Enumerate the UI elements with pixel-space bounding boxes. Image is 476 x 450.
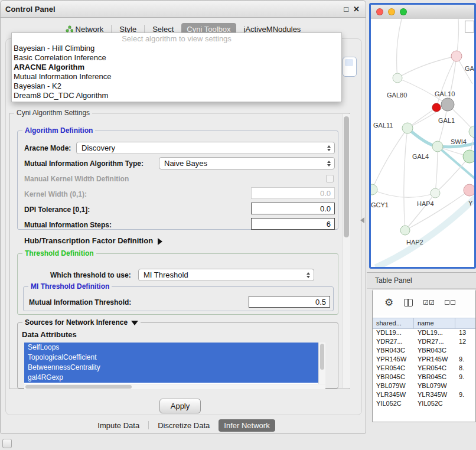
table-header-cell[interactable] — [455, 318, 475, 328]
attributes-list-hscroll-thumb[interactable] — [25, 385, 132, 389]
table-row[interactable]: YDR27...YDR27...12 — [373, 337, 475, 346]
table-panel-window: ⚙ ✓✓ shared...name YDL19...YDL19...13YDR… — [372, 289, 476, 422]
algorithm-option[interactable]: Bayesian - K2 — [12, 81, 341, 91]
tab-discretize-data[interactable]: Discretize Data — [152, 419, 215, 432]
kernel-width-label: Kernel Width (0,1): — [24, 190, 87, 198]
data-attributes-items: SelfLoopsTopologicalCoefficientBetweenne… — [24, 343, 325, 383]
data-attribute-item[interactable]: TopologicalCoefficient — [24, 353, 318, 363]
network-node-label: GAL11 — [373, 122, 393, 129]
network-edge — [405, 193, 435, 230]
network-edge — [372, 128, 407, 190]
network-tab-icon — [66, 25, 73, 32]
mac-close-button[interactable] — [376, 8, 383, 15]
columns-icon[interactable] — [404, 299, 413, 306]
table-row[interactable]: YBL079WYBL079W — [373, 381, 475, 390]
network-window-titlebar — [371, 5, 474, 19]
network-node — [371, 184, 377, 195]
mi-steps-field[interactable]: 6 — [251, 218, 335, 230]
close-icon[interactable]: ✕ — [353, 5, 360, 13]
algorithm-option[interactable]: ARACNE Algorithm — [12, 63, 341, 72]
table-cell: YBL079W — [414, 381, 455, 390]
manual-kernel-checkbox[interactable] — [326, 175, 334, 182]
expand-right-icon — [158, 238, 162, 245]
combo-arrows-icon — [327, 145, 331, 151]
table-cell: YDR27... — [373, 337, 414, 346]
settings-scrollbar-thumb[interactable] — [344, 116, 349, 237]
aracne-mode-combo[interactable]: Discovery — [76, 142, 335, 154]
network-node — [432, 103, 441, 112]
data-attribute-item[interactable]: SelfLoops — [24, 343, 318, 353]
splitter-collapse-icon[interactable] — [360, 217, 364, 223]
corner-panel-icon[interactable] — [2, 439, 12, 448]
table-row[interactable]: YBR045CYBR045C9. — [373, 373, 475, 381]
gear-icon[interactable]: ⚙ — [384, 298, 393, 308]
network-overview-box[interactable] — [465, 21, 474, 32]
mac-minimize-button[interactable] — [388, 8, 395, 15]
mi-steps-label: Mutual Information Steps: — [24, 221, 112, 229]
control-panel-titlebar: Control Panel □ ✕ — [1, 1, 366, 18]
algorithm-combo-end[interactable] — [343, 57, 357, 77]
table-header-cell[interactable]: name — [414, 318, 455, 328]
network-node — [400, 226, 410, 235]
unchecked-columns-icon[interactable] — [445, 300, 455, 305]
table-cell: YBL079W — [373, 381, 414, 390]
table-rows: YDL19...YDL19...13YDR27...YDR27...12YBR0… — [373, 328, 475, 422]
algorithm-option[interactable]: Bayesian - Hill Climbing — [12, 44, 341, 53]
table-row[interactable]: YDL19...YDL19...13 — [373, 328, 475, 337]
mi-type-combo[interactable]: Naive Bayes — [159, 157, 335, 169]
table-cell: YLR345W — [414, 390, 455, 399]
checked-columns-icon[interactable]: ✓✓ — [423, 300, 434, 305]
which-threshold-combo[interactable]: MI Threshold — [138, 269, 314, 281]
table-row[interactable]: YLR345WYLR345W9. — [373, 390, 475, 399]
table-cell: 8. — [455, 364, 475, 373]
dpi-tolerance-field[interactable]: 0.0 — [251, 203, 335, 214]
network-svg[interactable]: GALGAL80GAL10GAL11GAL1SWI4GAL4GCY1HAP4YH… — [371, 19, 474, 267]
network-node-label: GAL80 — [387, 92, 407, 99]
algorithm-dropdown-popup: Select algorithm to view settings Bayesi… — [11, 32, 342, 102]
algorithm-dropdown-list: Bayesian - Hill ClimbingBasic Correlatio… — [12, 44, 341, 100]
mi-threshold-field[interactable]: 0.5 — [249, 296, 330, 308]
network-edge — [376, 197, 474, 267]
data-attribute-item[interactable]: gal4RGexp — [24, 373, 318, 383]
restore-icon[interactable]: □ — [344, 5, 348, 13]
expand-down-icon — [131, 321, 138, 325]
network-canvas[interactable]: GALGAL80GAL10GAL11GAL1SWI4GAL4GCY1HAP4YH… — [371, 19, 474, 267]
table-row[interactable]: YBR043CYBR043C — [373, 346, 475, 355]
kernel-width-field[interactable]: 0.0 — [251, 187, 335, 199]
table-row[interactable]: YPR145WYPR145W9. — [373, 355, 475, 364]
network-edge — [435, 146, 438, 193]
sources-group-title: Sources for Network Inference — [25, 318, 128, 327]
attributes-list-hscrollbar[interactable] — [24, 384, 325, 389]
table-cell: YPR145W — [414, 355, 455, 364]
table-cell: YER054C — [373, 364, 414, 373]
hub-definition-toggle[interactable]: Hub/Transcription Factor Definition — [24, 236, 162, 245]
table-cell: YIL052C — [373, 399, 414, 408]
table-header[interactable]: shared...name — [373, 318, 475, 329]
apply-button[interactable]: Apply — [159, 399, 201, 413]
network-node-label: HAP2 — [406, 239, 423, 246]
attributes-list-vscroll-thumb[interactable] — [320, 344, 324, 370]
sources-group-toggle[interactable]: Sources for Network Inference — [22, 318, 141, 327]
data-attributes-list: SelfLoopsTopologicalCoefficientBetweenne… — [24, 343, 325, 384]
algorithm-option[interactable]: Dream8 DC_TDC Algorithm — [12, 91, 341, 100]
tab-separator — [144, 25, 145, 33]
table-row[interactable]: YIL052CYIL052C — [373, 399, 475, 408]
algorithm-option[interactable]: Mutual Information Inference — [12, 72, 341, 81]
table-header-cell[interactable]: shared... — [373, 318, 414, 328]
control-panel-window: Control Panel □ ✕ Network Style Select — [0, 0, 366, 434]
tab-infer-network[interactable]: Infer Network — [219, 419, 275, 432]
settings-scrollbar[interactable] — [342, 114, 350, 388]
mac-zoom-button[interactable] — [400, 8, 407, 15]
algorithm-option[interactable]: Basic Correlation Inference — [12, 53, 341, 63]
network-node — [393, 73, 402, 83]
network-node — [464, 184, 474, 196]
tab-impute-data[interactable]: Impute Data — [92, 419, 145, 432]
data-attribute-item[interactable]: BetweennessCentrality — [24, 363, 318, 373]
attributes-list-vscrollbar[interactable] — [318, 343, 325, 384]
network-node — [432, 141, 443, 152]
threshold-definition-title: Threshold Definition — [22, 249, 96, 257]
settings-group-title: Cyni Algorithm Settings — [14, 109, 92, 117]
hub-definition-label: Hub/Transcription Factor Definition — [24, 236, 153, 245]
network-node-label: GAL10 — [435, 90, 455, 97]
table-row[interactable]: YER054CYER054C8. — [373, 364, 475, 373]
